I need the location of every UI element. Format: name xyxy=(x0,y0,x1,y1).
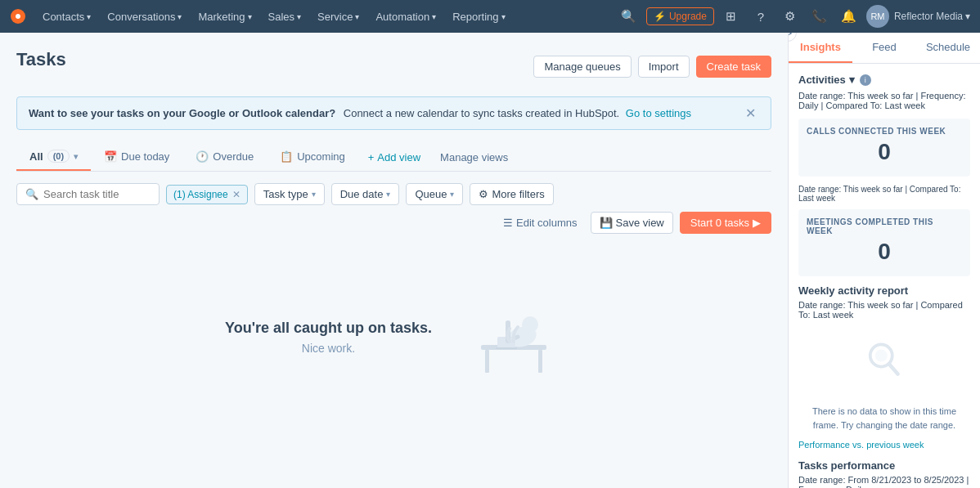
marketplace-icon-btn[interactable]: ⊞ xyxy=(719,4,744,29)
nav-right-section: 🔍 ⚡ Upgrade ⊞ ? ⚙ 📞 🔔 RM Reflector Media… xyxy=(617,4,970,29)
empty-state-illustration xyxy=(465,296,563,378)
activities-info-icon[interactable]: i xyxy=(860,74,871,86)
upcoming-icon: 📋 xyxy=(280,150,293,163)
more-filters-button[interactable]: ⚙ More filters xyxy=(470,183,553,205)
assignee-filter-chip[interactable]: (1) Assignee ✕ xyxy=(166,185,248,204)
help-icon-btn[interactable]: ? xyxy=(748,4,773,29)
tab-schedule[interactable]: Schedule xyxy=(916,33,980,63)
tab-upcoming[interactable]: 📋 Upcoming xyxy=(267,144,358,171)
calendar-banner: Want to see your tasks on your Google or… xyxy=(16,96,771,130)
phone-icon-btn[interactable]: 📞 xyxy=(807,4,832,29)
avatar[interactable]: RM xyxy=(866,5,889,28)
close-icon[interactable]: ✕ xyxy=(742,105,759,121)
performance-link[interactable]: Performance vs. previous week xyxy=(798,440,970,450)
edit-columns-button[interactable]: ☰ Edit columns xyxy=(497,213,583,233)
nav-item-reporting[interactable]: Reporting ▾ xyxy=(446,7,511,26)
main-layout: Tasks Manage queues Import Create task W… xyxy=(0,33,980,488)
filter-right-actions: ☰ Edit columns 💾 Save view Start 0 tasks… xyxy=(497,212,771,234)
upgrade-button[interactable]: ⚡ Upgrade xyxy=(646,7,714,25)
nav-item-marketing[interactable]: Marketing ▾ xyxy=(191,7,258,26)
tab-all[interactable]: All (0) ▾ xyxy=(16,143,91,171)
chevron-down-icon: ▾ xyxy=(450,190,454,199)
search-icon-btn[interactable]: 🔍 xyxy=(617,4,641,29)
weekly-chart-placeholder xyxy=(798,328,970,393)
hubspot-logo[interactable] xyxy=(10,8,26,25)
banner-link[interactable]: Go to settings xyxy=(626,107,691,119)
plus-icon: + xyxy=(368,151,375,163)
svg-rect-7 xyxy=(496,347,517,349)
chevron-down-icon: ▾ xyxy=(87,12,91,21)
meetings-date-range: Date range: This week so far | Compared … xyxy=(798,185,970,203)
profile-menu[interactable]: Reflector Media ▾ xyxy=(894,11,970,22)
weekly-date-range: Date range: This week so far | Compared … xyxy=(798,300,970,320)
panel-tabs: Insights Feed Schedule xyxy=(789,33,980,64)
empty-state: You're all caught up on tasks. Nice work… xyxy=(16,247,771,427)
due-date-filter[interactable]: Due date ▾ xyxy=(331,183,400,205)
chevron-down-icon: ▾ xyxy=(849,74,855,86)
activities-header: Activities ▾ i xyxy=(798,74,970,86)
svg-point-5 xyxy=(522,316,538,333)
add-view-button[interactable]: + Add view xyxy=(358,145,430,170)
insights-panel-body: Activities ▾ i Date range: This week so … xyxy=(789,64,980,488)
action-buttons: Manage queues Import Create task xyxy=(533,56,771,78)
manage-queues-button[interactable]: Manage queues xyxy=(533,56,631,78)
no-data-illustration xyxy=(860,336,909,385)
task-type-filter[interactable]: Task type ▾ xyxy=(254,183,325,205)
columns-icon: ☰ xyxy=(503,217,513,229)
task-tabs: All (0) ▾ 📅 Due today 🕐 Overdue 📋 Upcomi… xyxy=(16,143,771,172)
page-title: Tasks xyxy=(16,49,66,70)
svg-point-11 xyxy=(875,350,888,362)
chevron-down-icon: ▾ xyxy=(432,12,436,21)
remove-assignee-filter-icon[interactable]: ✕ xyxy=(232,189,241,200)
play-icon: ▶ xyxy=(753,217,761,229)
calls-metric-card: CALLS CONNECTED THIS WEEK 0 xyxy=(798,119,970,177)
tab-due-today[interactable]: 📅 Due today xyxy=(91,144,182,171)
create-task-button[interactable]: Create task xyxy=(696,56,771,78)
weekly-activity-section: Weekly activity report Date range: This … xyxy=(798,284,970,450)
nav-item-conversations[interactable]: Conversations ▾ xyxy=(101,7,188,26)
left-content: Tasks Manage queues Import Create task W… xyxy=(0,33,788,488)
chevron-down-icon: ▾ xyxy=(386,190,390,199)
search-input[interactable] xyxy=(43,188,151,200)
tab-overdue[interactable]: 🕐 Overdue xyxy=(182,144,267,171)
activities-date-range: Date range: This week so far | Frequency… xyxy=(798,91,970,110)
settings-icon-btn[interactable]: ⚙ xyxy=(778,4,802,29)
empty-state-text: You're all caught up on tasks. Nice work… xyxy=(225,320,432,355)
meetings-metric-card: MEETINGS COMPLETED THIS WEEK 0 xyxy=(798,209,970,276)
right-panel: ≫ Insights Feed Schedule Activities ▾ i … xyxy=(788,33,980,488)
save-view-button[interactable]: 💾 Save view xyxy=(591,212,673,234)
chevron-down-icon: ▾ xyxy=(248,12,252,21)
chevron-down-icon: ▾ xyxy=(297,12,301,21)
upgrade-icon: ⚡ xyxy=(654,11,666,22)
tab-feed[interactable]: Feed xyxy=(852,33,916,63)
import-button[interactable]: Import xyxy=(638,56,690,78)
tab-insights[interactable]: Insights xyxy=(789,33,852,63)
activities-dropdown-button[interactable]: Activities ▾ xyxy=(798,74,855,86)
save-icon: 💾 xyxy=(600,217,613,229)
filter-bar: 🔍 (1) Assignee ✕ Task type ▾ Due date ▾ … xyxy=(16,183,771,234)
nav-item-contacts[interactable]: Contacts ▾ xyxy=(36,7,97,26)
svg-rect-2 xyxy=(485,350,489,373)
svg-rect-3 xyxy=(538,350,542,373)
notifications-icon-btn[interactable]: 🔔 xyxy=(837,4,861,29)
manage-views-button[interactable]: Manage views xyxy=(430,145,518,170)
no-data-text: There is no data to show in this time fr… xyxy=(798,400,970,437)
clock-icon: 🕐 xyxy=(196,150,209,163)
empty-state-content: You're all caught up on tasks. Nice work… xyxy=(225,296,563,378)
chevron-down-icon: ▾ xyxy=(312,190,316,199)
nav-item-service[interactable]: Service ▾ xyxy=(311,7,366,26)
chevron-down-icon: ▾ xyxy=(178,12,182,21)
banner-main-text: Want to see your tasks on your Google or… xyxy=(29,107,691,119)
nav-item-sales[interactable]: Sales ▾ xyxy=(262,7,308,26)
filter-icon: ⚙ xyxy=(479,188,488,200)
chevron-down-icon: ▾ xyxy=(74,152,78,161)
search-box[interactable]: 🔍 xyxy=(16,183,160,205)
chevron-down-icon: ▾ xyxy=(501,12,506,21)
queue-filter[interactable]: Queue ▾ xyxy=(406,183,463,205)
top-navigation: Contacts ▾ Conversations ▾ Marketing ▾ S… xyxy=(0,0,980,33)
nav-item-automation[interactable]: Automation ▾ xyxy=(369,7,443,26)
calendar-icon: 📅 xyxy=(104,150,117,163)
start-tasks-button[interactable]: Start 0 tasks ▶ xyxy=(680,212,771,234)
tasks-performance-section: Tasks performance Date range: From 8/21/… xyxy=(798,459,970,488)
svg-line-10 xyxy=(889,365,898,374)
